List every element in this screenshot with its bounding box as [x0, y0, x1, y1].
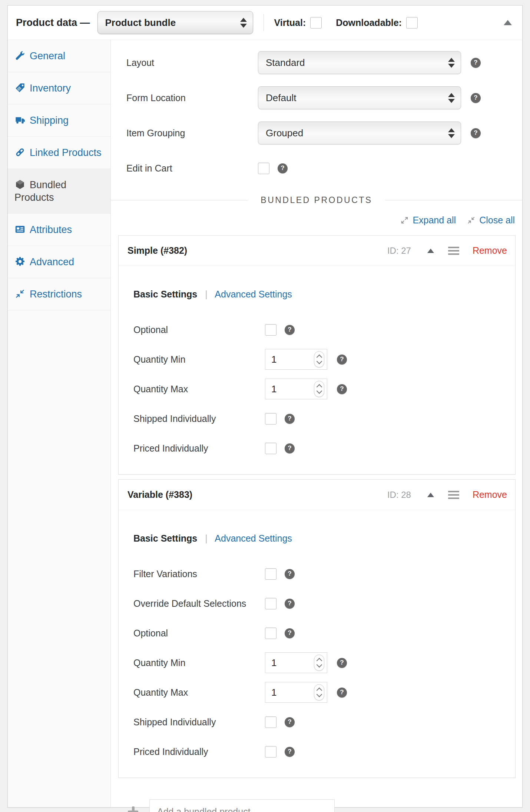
add-bundled-product-row: [111, 783, 522, 812]
sidebar-item-restrictions[interactable]: Restrictions: [8, 278, 110, 310]
plus-icon: [127, 806, 139, 812]
priced-individually-checkbox[interactable]: [265, 746, 276, 758]
quantity-max-stepper: [265, 682, 327, 703]
link-icon: [14, 147, 26, 157]
drag-handle[interactable]: [448, 247, 459, 255]
help-tip-icon[interactable]: ?: [285, 414, 295, 424]
tab-advanced-settings[interactable]: Advanced Settings: [215, 533, 292, 543]
number-spinner-icon[interactable]: [314, 351, 324, 367]
edit-in-cart-checkbox[interactable]: [258, 163, 269, 174]
help-tip-icon[interactable]: ?: [471, 128, 481, 138]
help-tip-icon[interactable]: ?: [285, 599, 295, 609]
compress-arrows-icon: [14, 289, 26, 299]
setting-row-quantity-max: Quantity Max ?: [133, 682, 508, 703]
filter-variations-checkbox[interactable]: [265, 568, 276, 580]
layout-label: Layout: [126, 57, 258, 68]
number-spinner-icon[interactable]: [314, 381, 324, 397]
sidebar-item-shipping[interactable]: Linked ProductsShipping: [8, 104, 110, 137]
help-tip-icon[interactable]: ?: [471, 93, 481, 103]
item-grouping-select-value: Grouped: [266, 127, 303, 139]
select-arrows-icon: [448, 93, 455, 103]
setting-row-filter-variations: Filter Variations ?: [133, 563, 508, 584]
sidebar-item-label: Inventory: [30, 83, 71, 94]
item-grouping-select[interactable]: Grouped: [258, 122, 461, 144]
number-spinner-icon[interactable]: [314, 684, 324, 700]
help-tip-icon[interactable]: ?: [285, 628, 295, 638]
help-tip-icon[interactable]: ?: [337, 658, 347, 668]
sidebar-item-label: Restrictions: [30, 289, 82, 300]
help-tip-icon[interactable]: ?: [285, 325, 295, 335]
bundled-products-section-header: BUNDLED PRODUCTS: [111, 195, 522, 205]
bundled-item-header[interactable]: Variable (#383) ID: 28 Remove: [119, 480, 515, 510]
drag-handle[interactable]: [448, 491, 459, 499]
setting-row-priced-individually: Priced Individually ?: [133, 438, 508, 459]
cube-icon: [14, 179, 26, 190]
panel-collapse-toggle[interactable]: [504, 20, 512, 25]
help-tip-icon[interactable]: ?: [278, 163, 288, 173]
number-spinner-icon[interactable]: [314, 655, 324, 671]
priced-individually-checkbox[interactable]: [265, 443, 276, 454]
header-divider: [264, 14, 264, 31]
help-tip-icon[interactable]: ?: [337, 688, 347, 698]
main-panel: Layout Standard ? Form Location Default …: [111, 40, 522, 807]
sidebar-item-inventory[interactable]: Inventory: [8, 72, 110, 104]
shipped-individually-checkbox[interactable]: [265, 413, 276, 425]
product-type-select[interactable]: Product bundle: [97, 11, 253, 34]
form-location-select-value: Default: [266, 92, 296, 104]
sidebar-tabs: General Inventory Linked ProductsShippin…: [8, 40, 110, 310]
product-type-value: Product bundle: [105, 17, 176, 29]
override-default-selections-checkbox[interactable]: [265, 598, 276, 609]
sidebar-item-advanced[interactable]: Advanced: [8, 246, 110, 278]
attributes-card-icon: [14, 224, 26, 234]
virtual-label: Virtual:: [274, 17, 306, 28]
form-row-form-location: Form Location Default ?: [126, 86, 522, 109]
select-arrows-icon: [448, 58, 455, 68]
remove-link[interactable]: Remove: [473, 245, 507, 256]
panel-body: General Inventory Linked ProductsShippin…: [8, 40, 522, 807]
downloadable-checkbox[interactable]: [406, 17, 418, 29]
sidebar-item-attributes[interactable]: Attributes: [8, 214, 110, 246]
tag-icon: [14, 83, 26, 93]
shipped-individually-checkbox[interactable]: [265, 716, 276, 728]
virtual-checkbox[interactable]: [310, 17, 322, 29]
form-row-edit-in-cart: Edit in Cart ?: [126, 157, 522, 180]
tab-basic-settings[interactable]: Basic Settings: [133, 289, 197, 299]
collapse-caret-icon[interactable]: [427, 249, 434, 253]
help-tip-icon[interactable]: ?: [285, 717, 295, 727]
sidebar-item-bundled-products[interactable]: Bundled Products: [8, 169, 110, 214]
help-tip-icon[interactable]: ?: [471, 58, 481, 68]
form-location-select[interactable]: Default: [258, 86, 461, 109]
bundled-item-title: Variable (#383): [127, 489, 192, 500]
setting-row-priced-individually: Priced Individually ?: [133, 741, 508, 762]
help-tip-icon[interactable]: ?: [285, 747, 295, 757]
select-arrows-icon: [240, 18, 247, 28]
bundled-item-title: Simple (#382): [127, 245, 187, 256]
setting-row-optional: Optional ?: [133, 623, 508, 643]
sidebar-item-general[interactable]: General: [8, 40, 110, 72]
add-bundled-product-input[interactable]: [149, 799, 335, 812]
layout-select[interactable]: Standard: [258, 51, 461, 74]
tab-basic-settings[interactable]: Basic Settings: [133, 533, 197, 543]
optional-checkbox[interactable]: [265, 628, 276, 639]
expand-all-link[interactable]: Expand all: [400, 215, 456, 226]
help-tip-icon[interactable]: ?: [337, 355, 347, 365]
bundled-item-body: Basic Settings | Advanced Settings Filte…: [119, 510, 515, 778]
sidebar: General Inventory Linked ProductsShippin…: [8, 40, 111, 807]
item-grouping-label: Item Grouping: [126, 128, 258, 139]
select-arrows-icon: [448, 128, 455, 138]
setting-row-override-default-selections: Override Default Selections ?: [133, 593, 508, 614]
sidebar-item-linked-products[interactable]: Linked Products: [8, 137, 110, 169]
optional-checkbox[interactable]: [265, 324, 276, 336]
bundled-item-tabs: Basic Settings | Advanced Settings: [133, 533, 508, 544]
remove-link[interactable]: Remove: [473, 489, 507, 500]
bundled-item-header[interactable]: Simple (#382) ID: 27 Remove: [119, 236, 515, 266]
tab-advanced-settings[interactable]: Advanced Settings: [215, 289, 292, 299]
help-tip-icon[interactable]: ?: [337, 384, 347, 394]
help-tip-icon[interactable]: ?: [285, 569, 295, 579]
product-data-panel: Product data — Product bundle Virtual: D…: [7, 5, 523, 808]
quantity-min-stepper: [265, 652, 327, 673]
help-tip-icon[interactable]: ?: [285, 443, 295, 453]
close-all-link[interactable]: Close all: [467, 215, 515, 226]
quantity-min-stepper: [265, 349, 327, 370]
collapse-caret-icon[interactable]: [427, 493, 434, 497]
